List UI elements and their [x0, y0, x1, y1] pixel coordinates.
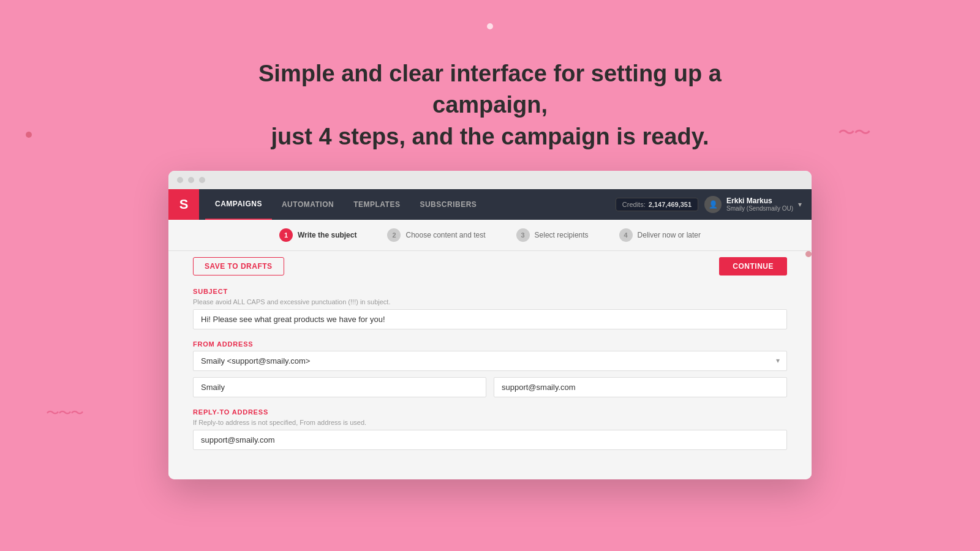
- step-2: 2 Choose content and test: [387, 228, 485, 242]
- navbar-links: CAMPAIGNS AUTOMATION TEMPLATES SUBSCRIBE…: [199, 189, 616, 220]
- subject-hint: Please avoid ALL CAPS and excessive punc…: [193, 298, 787, 305]
- nav-subscribers[interactable]: SUBSCRIBERS: [410, 189, 486, 220]
- user-dropdown-arrow: ▾: [798, 200, 802, 209]
- nav-templates[interactable]: TEMPLATES: [344, 189, 410, 220]
- decorative-dot-top: [487, 23, 493, 29]
- step-3-label: Select recipients: [535, 231, 589, 239]
- nav-automation[interactable]: AUTOMATION: [272, 189, 344, 220]
- nav-campaigns[interactable]: CAMPAIGNS: [205, 189, 272, 220]
- decorative-dot-left: [26, 132, 32, 138]
- reply-to-label: REPLY-TO ADDRESS: [193, 408, 787, 416]
- from-email-input[interactable]: [494, 377, 787, 397]
- from-name-input[interactable]: [193, 377, 486, 397]
- decorative-wave-left: 〜〜〜: [46, 404, 83, 422]
- step-2-circle: 2: [387, 228, 401, 242]
- reply-to-section: REPLY-TO ADDRESS If Reply-to address is …: [193, 408, 787, 450]
- save-to-drafts-button[interactable]: SAVE TO DRAFTS: [193, 257, 284, 276]
- user-details: Erkki Markus Smaily (Sendsmaily OU): [726, 197, 793, 212]
- browser-window: S CAMPAIGNS AUTOMATION TEMPLATES SUBSCRI…: [168, 171, 812, 479]
- step-1-label: Write the subject: [298, 231, 356, 239]
- browser-bar: [168, 171, 812, 189]
- step-1-circle: 1: [279, 228, 293, 242]
- browser-dot-2: [188, 177, 194, 183]
- from-address-section: FROM ADDRESS Smaily <support@smaily.com>…: [193, 340, 787, 397]
- reply-to-hint: If Reply-to address is not specified, Fr…: [193, 419, 787, 426]
- credits-label: Credits:: [622, 201, 646, 208]
- navbar: S CAMPAIGNS AUTOMATION TEMPLATES SUBSCRI…: [168, 189, 812, 220]
- step-2-label: Choose content and test: [405, 231, 485, 239]
- avatar: 👤: [704, 196, 722, 213]
- step-3-circle: 3: [516, 228, 530, 242]
- continue-button[interactable]: CONTINUE: [719, 257, 787, 276]
- navbar-right: Credits: 2,147,469,351 👤 Erkki Markus Sm…: [616, 196, 812, 213]
- decorative-dot-right: [805, 251, 812, 257]
- form-area: SUBJECT Please avoid ALL CAPS and excess…: [168, 282, 812, 479]
- navbar-logo: S: [168, 189, 199, 220]
- user-info[interactable]: 👤 Erkki Markus Smaily (Sendsmaily OU) ▾: [704, 196, 802, 213]
- step-4-label: Deliver now or later: [638, 231, 701, 239]
- user-name: Erkki Markus: [726, 197, 793, 205]
- subject-input[interactable]: [193, 309, 787, 329]
- decorative-wave-right: 〜〜: [838, 121, 870, 144]
- step-4: 4 Deliver now or later: [619, 228, 701, 242]
- step-4-circle: 4: [619, 228, 633, 242]
- action-bar: SAVE TO DRAFTS CONTINUE: [168, 251, 812, 282]
- reply-to-input[interactable]: [193, 430, 787, 450]
- browser-dot-1: [177, 177, 183, 183]
- step-1: 1 Write the subject: [279, 228, 356, 242]
- from-address-label: FROM ADDRESS: [193, 340, 787, 348]
- from-address-row: [193, 377, 787, 397]
- user-subtitle: Smaily (Sendsmaily OU): [726, 205, 793, 212]
- credits-badge: Credits: 2,147,469,351: [616, 198, 698, 211]
- browser-dot-3: [199, 177, 205, 183]
- from-address-select[interactable]: Smaily <support@smaily.com>: [193, 351, 787, 371]
- credits-value: 2,147,469,351: [649, 201, 692, 208]
- hero-title: Simple and clear interface for setting u…: [214, 58, 766, 152]
- steps-bar: 1 Write the subject 2 Choose content and…: [168, 220, 812, 251]
- subject-section: SUBJECT Please avoid ALL CAPS and excess…: [193, 288, 787, 329]
- subject-label: SUBJECT: [193, 288, 787, 295]
- step-3: 3 Select recipients: [516, 228, 589, 242]
- from-address-select-wrapper: Smaily <support@smaily.com> ▾: [193, 351, 787, 371]
